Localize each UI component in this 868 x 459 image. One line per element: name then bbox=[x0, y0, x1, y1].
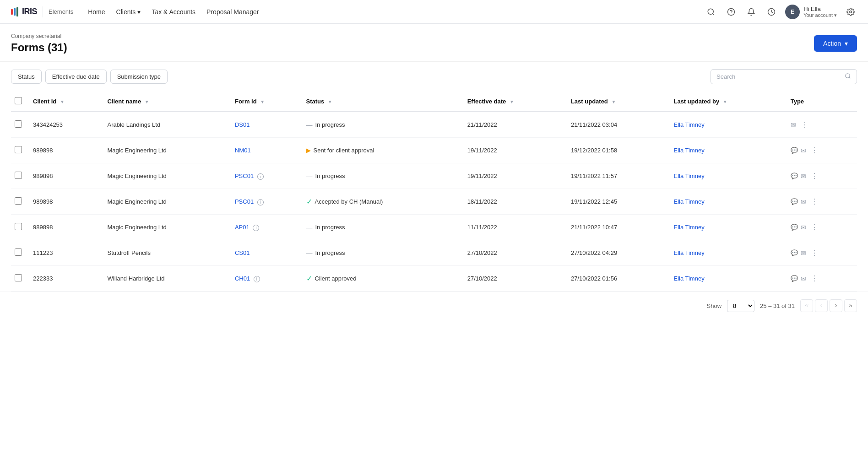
email-icon[interactable]: ✉ bbox=[801, 173, 806, 180]
col-client-name[interactable]: Client name ▼ bbox=[103, 92, 231, 112]
row-checkbox-cell bbox=[11, 138, 29, 163]
col-effective-date[interactable]: Effective date ▼ bbox=[464, 92, 567, 112]
cell-type: 💬 ✉ ⋮ bbox=[787, 189, 857, 215]
form-id-link[interactable]: NM01 bbox=[235, 147, 251, 154]
user-link[interactable]: Ella Timney bbox=[673, 275, 704, 282]
row-checkbox[interactable] bbox=[15, 248, 22, 256]
row-checkbox[interactable] bbox=[15, 146, 22, 153]
email-icon[interactable]: ✉ bbox=[801, 198, 806, 205]
col-last-updated[interactable]: Last updated ▼ bbox=[567, 92, 670, 112]
user-text: Hi Ella Your account ▾ bbox=[803, 5, 837, 18]
more-actions-button[interactable]: ⋮ bbox=[809, 195, 820, 208]
info-icon[interactable]: i bbox=[253, 225, 259, 231]
cell-client-id: 343424253 bbox=[29, 112, 103, 138]
cell-type: 💬 ✉ ⋮ bbox=[787, 266, 857, 292]
select-all-checkbox[interactable] bbox=[15, 97, 22, 104]
help-icon[interactable] bbox=[725, 5, 738, 18]
chat-icon[interactable]: 💬 bbox=[791, 249, 798, 256]
more-actions-button[interactable]: ⋮ bbox=[809, 247, 820, 259]
row-checkbox[interactable] bbox=[15, 172, 22, 179]
per-page-select[interactable]: 8 25 50 100 bbox=[727, 300, 754, 312]
row-checkbox[interactable] bbox=[15, 197, 22, 205]
col-form-id[interactable]: Form Id ▼ bbox=[231, 92, 303, 112]
next-page-button[interactable] bbox=[830, 299, 842, 312]
form-id-link[interactable]: DS01 bbox=[235, 121, 250, 128]
nav-proposal-manager[interactable]: Proposal Manager bbox=[206, 8, 259, 16]
table-header-row: Client Id ▼ Client name ▼ Form Id ▼ Stat… bbox=[11, 92, 857, 112]
chat-icon[interactable]: 💬 bbox=[791, 198, 798, 205]
col-client-id[interactable]: Client Id ▼ bbox=[29, 92, 103, 112]
first-page-button[interactable] bbox=[800, 299, 813, 312]
sort-icon: ▼ bbox=[723, 99, 727, 104]
user-link[interactable]: Ella Timney bbox=[673, 121, 704, 128]
last-page-button[interactable] bbox=[844, 299, 857, 312]
email-icon[interactable]: ✉ bbox=[801, 249, 806, 257]
info-icon[interactable]: i bbox=[254, 276, 260, 282]
chat-icon[interactable]: 💬 bbox=[791, 224, 798, 231]
chat-icon[interactable]: 💬 bbox=[791, 147, 798, 154]
cell-last-updated: 27/10/2022 04:29 bbox=[567, 240, 670, 266]
cell-type: ✉ ⋮ bbox=[787, 112, 857, 138]
cell-last-updated-by: Ella Timney bbox=[670, 112, 787, 138]
cell-status: — In progress bbox=[303, 215, 464, 240]
row-checkbox[interactable] bbox=[15, 120, 22, 128]
cell-last-updated: 19/11/2022 12:45 bbox=[567, 189, 670, 215]
page-title: Forms (31) bbox=[11, 41, 67, 54]
pagination: Show 8 25 50 100 25 – 31 of 31 bbox=[0, 292, 868, 319]
row-checkbox[interactable] bbox=[15, 223, 22, 230]
form-id-link[interactable]: PSC01 bbox=[235, 173, 254, 179]
row-checkbox[interactable] bbox=[15, 274, 22, 281]
email-icon[interactable]: ✉ bbox=[801, 275, 806, 282]
chevron-down-icon: ▾ bbox=[845, 40, 848, 47]
col-last-updated-by[interactable]: Last updated by ▼ bbox=[670, 92, 787, 112]
notifications-icon[interactable] bbox=[745, 5, 758, 18]
more-actions-button[interactable]: ⋮ bbox=[809, 144, 820, 157]
status-text: In progress bbox=[315, 173, 345, 179]
chat-icon[interactable]: 💬 bbox=[791, 275, 798, 282]
col-type: Type bbox=[787, 92, 857, 112]
action-button[interactable]: Action ▾ bbox=[814, 35, 857, 52]
more-actions-button[interactable]: ⋮ bbox=[809, 170, 820, 182]
svg-line-7 bbox=[849, 77, 851, 79]
more-actions-button[interactable]: ⋮ bbox=[799, 119, 810, 131]
nav-clients[interactable]: Clients ▾ bbox=[116, 8, 141, 16]
row-checkbox-cell bbox=[11, 240, 29, 266]
user-link[interactable]: Ella Timney bbox=[673, 198, 704, 205]
logo-divider bbox=[43, 6, 43, 17]
cell-last-updated-by: Ella Timney bbox=[670, 266, 787, 292]
effective-due-date-filter[interactable]: Effective due date bbox=[45, 70, 107, 84]
user-link[interactable]: Ella Timney bbox=[673, 249, 704, 256]
info-icon[interactable]: i bbox=[257, 199, 264, 205]
form-id-link[interactable]: PSC01 bbox=[235, 198, 254, 205]
user-link[interactable]: Ella Timney bbox=[673, 224, 704, 231]
logo-name: IRIS bbox=[22, 7, 37, 16]
cell-client-name: Magic Engineering Ltd bbox=[103, 215, 231, 240]
search-input[interactable] bbox=[716, 73, 841, 80]
prev-page-button[interactable] bbox=[815, 299, 828, 312]
email-icon[interactable]: ✉ bbox=[791, 121, 796, 129]
form-id-link[interactable]: CH01 bbox=[235, 275, 250, 282]
form-id-link[interactable]: AP01 bbox=[235, 224, 250, 231]
chat-icon[interactable]: 💬 bbox=[791, 173, 798, 179]
user-link[interactable]: Ella Timney bbox=[673, 173, 704, 179]
nav-tax-accounts[interactable]: Tax & Accounts bbox=[152, 8, 195, 16]
email-icon[interactable]: ✉ bbox=[801, 224, 806, 231]
col-status[interactable]: Status ▼ bbox=[303, 92, 464, 112]
page-header-left: Company secretarial Forms (31) bbox=[11, 33, 67, 54]
submission-type-filter[interactable]: Submission type bbox=[110, 70, 168, 84]
cell-last-updated: 19/11/2022 11:57 bbox=[567, 163, 670, 189]
user-link[interactable]: Ella Timney bbox=[673, 147, 704, 154]
info-icon[interactable]: i bbox=[257, 173, 264, 180]
cell-client-id: 222333 bbox=[29, 266, 103, 292]
form-id-link[interactable]: CS01 bbox=[235, 249, 250, 256]
history-icon[interactable] bbox=[765, 5, 778, 18]
nav-home[interactable]: Home bbox=[88, 8, 105, 16]
more-actions-button[interactable]: ⋮ bbox=[809, 221, 820, 233]
user-menu[interactable]: E Hi Ella Your account ▾ bbox=[785, 5, 837, 19]
filters-left: Status Effective due date Submission typ… bbox=[11, 70, 168, 84]
more-actions-button[interactable]: ⋮ bbox=[809, 272, 820, 285]
status-filter[interactable]: Status bbox=[11, 70, 42, 84]
settings-icon[interactable] bbox=[844, 5, 857, 18]
search-icon[interactable] bbox=[705, 5, 717, 18]
email-icon[interactable]: ✉ bbox=[801, 147, 806, 154]
